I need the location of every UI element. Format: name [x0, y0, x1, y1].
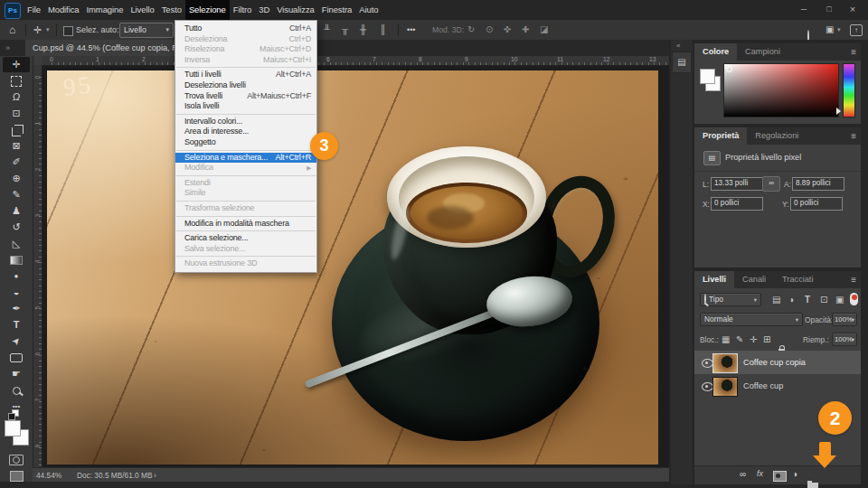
dodge-tool[interactable]: ◒: [3, 285, 30, 300]
workspace-icon[interactable]: ▣: [826, 20, 834, 40]
lock-pixels-icon[interactable]: ✎: [736, 333, 743, 346]
hand-tool[interactable]: ☛: [3, 366, 30, 381]
hue-slider[interactable]: [843, 63, 855, 117]
tab-tracciati[interactable]: Tracciati: [774, 271, 821, 288]
menu-testo[interactable]: Testo: [158, 0, 185, 20]
collapse-dock-icon[interactable]: «: [676, 42, 680, 50]
3d-slide-icon[interactable]: ✚: [522, 20, 529, 40]
healing-brush-tool[interactable]: ⊕: [3, 171, 30, 186]
tab-livelli[interactable]: Livelli: [694, 271, 734, 288]
blend-mode-select[interactable]: ▾Normale: [700, 313, 803, 326]
lock-artboard-icon[interactable]: ⊞: [763, 333, 770, 346]
menu-item-seleziona-e-maschera[interactable]: Seleziona e maschera...Alt+Ctrl+R: [175, 153, 316, 164]
opacity-field[interactable]: ▾100%: [832, 313, 857, 326]
tab-canali[interactable]: Canali: [734, 271, 774, 288]
layer-filter-select[interactable]: ▾Tipo: [700, 293, 761, 306]
lasso-tool[interactable]: Ω: [3, 89, 30, 105]
layer-row[interactable]: Coffee cup: [694, 374, 861, 398]
selez-auto-checkbox[interactable]: [63, 26, 73, 36]
panel-menu-icon[interactable]: ≡: [851, 271, 856, 288]
layer-name[interactable]: Coffee cup copia: [743, 351, 806, 374]
menu-item-area-di-interesse[interactable]: Area di interesse...: [175, 127, 316, 137]
eyedropper-tool[interactable]: ✐: [3, 155, 30, 170]
adjustment-layer-icon[interactable]: ◑: [792, 469, 797, 479]
menu-immagine[interactable]: Immagine: [83, 0, 127, 20]
menu-aiuto[interactable]: Aiuto: [355, 0, 382, 20]
layer-thumbnail[interactable]: [712, 353, 738, 373]
menu-item-intervallo-colori[interactable]: Intervallo colori...: [175, 117, 316, 127]
saturation-picker[interactable]: [723, 63, 839, 117]
menu-visualizza[interactable]: Visualizza: [273, 0, 318, 20]
shape-tool[interactable]: [3, 350, 30, 365]
panel-menu-icon[interactable]: ≡: [851, 127, 856, 145]
3d-scale-icon[interactable]: ◪: [540, 20, 548, 40]
height-field[interactable]: 8.89 pollici: [792, 177, 844, 191]
3d-roll-icon[interactable]: ⊙: [486, 20, 493, 40]
status-chevron-icon[interactable]: ›: [154, 468, 156, 483]
move-tool[interactable]: ✛: [3, 57, 30, 72]
width-field[interactable]: 13.33 polli: [711, 177, 763, 191]
menu-filtro[interactable]: Filtro: [230, 0, 256, 20]
add-mask-icon[interactable]: [773, 471, 787, 482]
hue-slider-arrow[interactable]: [836, 108, 841, 115]
menu-livello[interactable]: Livello: [127, 0, 157, 20]
share-icon[interactable]: ↑: [850, 24, 863, 36]
menu-item-carica-selezione[interactable]: Carica selezione...: [175, 233, 316, 244]
tab-campioni[interactable]: Campioni: [737, 43, 788, 61]
quick-mask-button[interactable]: [3, 452, 30, 467]
3d-orbit-icon[interactable]: ↻: [467, 20, 475, 40]
link-layers-icon[interactable]: ∞: [740, 469, 746, 479]
color-picker-cursor[interactable]: [726, 66, 732, 72]
history-panel-icon[interactable]: ▤: [672, 52, 692, 73]
gradient-tool[interactable]: [3, 252, 30, 267]
chevron-down-icon[interactable]: ▾: [46, 20, 50, 40]
align-top-icon[interactable]: ╨: [324, 20, 330, 40]
layer-row-selected[interactable]: Coffee cup copia: [694, 351, 861, 374]
home-icon[interactable]: ⌂: [9, 20, 15, 40]
menu-item-tutto[interactable]: TuttoCtrl+A: [175, 23, 316, 34]
canvas-photo[interactable]: 95: [47, 70, 658, 465]
x-field[interactable]: 0 pollici: [711, 197, 763, 211]
menu-modifica[interactable]: Modifica: [44, 0, 83, 20]
foreground-color-swatch[interactable]: [5, 420, 21, 436]
fill-field[interactable]: ▾100%: [832, 333, 857, 346]
menu-item-deseleziona-livelli[interactable]: Deseleziona livelli: [175, 80, 316, 91]
horizontal-ruler[interactable]: [42, 56, 669, 66]
zoom-level[interactable]: 44.54%: [36, 468, 61, 483]
menu-item-soggetto[interactable]: Soggetto: [175, 137, 316, 148]
chevron-down-icon[interactable]: ▾: [837, 20, 841, 40]
marquee-tool[interactable]: [3, 73, 30, 89]
link-dimensions-icon[interactable]: ∞: [762, 176, 780, 192]
foreground-color-swatch[interactable]: [700, 69, 715, 84]
menu-item-tutti-i-livelli[interactable]: Tutti i livelliAlt+Ctrl+A: [175, 70, 316, 80]
frame-tool[interactable]: ⊠: [3, 138, 30, 154]
crop-tool[interactable]: [3, 122, 30, 137]
more-options-icon[interactable]: •••: [407, 20, 415, 40]
layer-thumbnail[interactable]: [712, 377, 738, 397]
minimize-button[interactable]: ─: [794, 0, 814, 20]
filter-shape-layers-icon[interactable]: ⊡: [820, 294, 827, 306]
align-bottom-icon[interactable]: ╫: [360, 20, 366, 40]
menu-item-maschera-veloce[interactable]: Modifica in modalità maschera veloce: [175, 219, 316, 230]
tab-colore[interactable]: Colore: [694, 43, 737, 61]
selez-auto-target-select[interactable]: ▾Livello: [119, 23, 174, 38]
menu-finestra[interactable]: Finestra: [318, 0, 356, 20]
blur-tool[interactable]: ●: [3, 268, 30, 284]
lock-transparency-icon[interactable]: ▦: [722, 333, 730, 346]
filter-toggle-icon[interactable]: [850, 293, 858, 305]
menu-item-isola-livelli[interactable]: Isola livelli: [175, 101, 316, 112]
3d-pan-icon[interactable]: ✜: [504, 20, 511, 40]
new-group-icon[interactable]: [807, 483, 818, 488]
maximize-button[interactable]: □: [819, 0, 839, 20]
y-field[interactable]: 0 pollici: [790, 197, 843, 211]
filter-type-layers-icon[interactable]: T: [805, 294, 810, 306]
toolbar-expander-icon[interactable]: »: [5, 40, 10, 56]
menu-selezione[interactable]: Selezione: [185, 0, 230, 20]
align-middle-icon[interactable]: ╥: [342, 20, 348, 40]
menu-item-trova-livelli[interactable]: Trova livelliAlt+Maiusc+Ctrl+F: [175, 91, 316, 102]
lock-position-icon[interactable]: ✛: [750, 333, 757, 346]
tab-proprieta[interactable]: Proprietà: [694, 127, 747, 145]
layer-style-icon[interactable]: fx: [757, 469, 763, 478]
menu-3d[interactable]: 3D: [255, 0, 273, 20]
filter-adjustment-layers-icon[interactable]: ◑: [788, 294, 794, 306]
